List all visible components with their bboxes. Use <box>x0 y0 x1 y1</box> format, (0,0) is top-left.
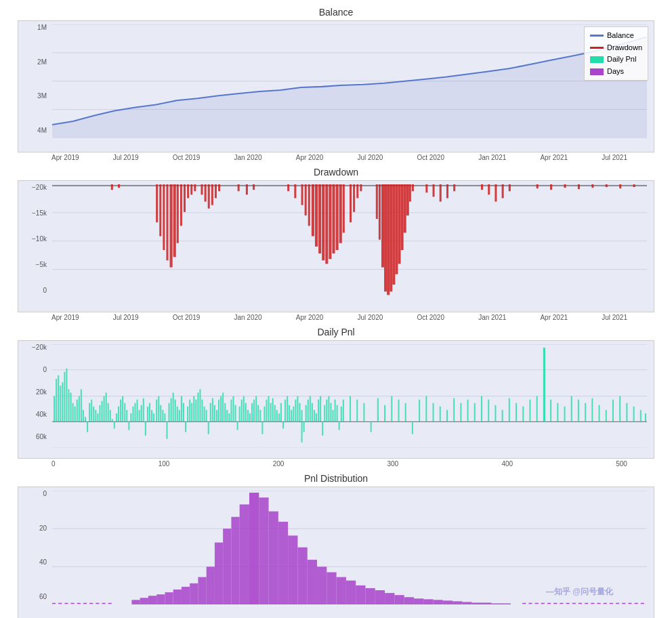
balance-x2: Jul 2019 <box>113 154 139 161</box>
svg-rect-227 <box>330 403 331 422</box>
svg-rect-195 <box>268 396 270 422</box>
svg-rect-216 <box>312 403 313 422</box>
drawdown-title: Drawdown <box>18 167 654 178</box>
svg-rect-150 <box>175 400 176 422</box>
svg-rect-108 <box>87 421 88 432</box>
svg-rect-59 <box>404 184 406 232</box>
svg-rect-53 <box>387 184 390 295</box>
svg-rect-143 <box>160 405 161 422</box>
svg-rect-182 <box>241 400 243 422</box>
svg-rect-47 <box>356 184 358 198</box>
svg-rect-298 <box>278 522 288 605</box>
svg-rect-83 <box>606 184 608 187</box>
svg-rect-314 <box>434 600 443 604</box>
dailypnl-y-axis: 60k 40k 20k 0 −20k <box>18 341 49 443</box>
svg-rect-223 <box>301 421 303 442</box>
svg-rect-36 <box>315 184 318 247</box>
pnldist-y2: 20 <box>39 524 47 532</box>
dailypnl-y5: 60k <box>36 433 47 440</box>
svg-rect-18 <box>177 184 179 243</box>
svg-rect-272 <box>619 396 621 422</box>
svg-rect-136 <box>145 421 146 435</box>
svg-rect-44 <box>343 184 345 232</box>
legend-dailypnl: Daily Pnl <box>590 54 642 66</box>
svg-rect-238 <box>377 398 379 422</box>
svg-rect-261 <box>537 396 538 422</box>
svg-rect-275 <box>640 410 642 421</box>
svg-rect-266 <box>578 400 579 422</box>
svg-rect-94 <box>58 375 59 421</box>
svg-rect-256 <box>502 410 503 421</box>
svg-rect-65 <box>238 184 240 191</box>
svg-rect-46 <box>353 184 355 212</box>
svg-rect-112 <box>95 410 96 421</box>
svg-rect-241 <box>398 400 399 422</box>
svg-rect-311 <box>404 597 414 604</box>
svg-rect-302 <box>317 566 327 604</box>
svg-rect-155 <box>185 421 186 432</box>
svg-rect-164 <box>204 407 205 421</box>
svg-rect-253 <box>481 396 482 422</box>
svg-rect-98 <box>66 369 67 422</box>
svg-rect-52 <box>384 184 387 291</box>
svg-rect-13 <box>159 184 161 236</box>
pnldist-y-axis: 60 40 20 0 <box>18 487 49 603</box>
svg-rect-222 <box>543 348 545 421</box>
svg-rect-184 <box>245 403 247 422</box>
svg-rect-281 <box>131 600 140 604</box>
svg-rect-293 <box>231 517 239 605</box>
balance-y4: 4M <box>37 127 47 134</box>
svg-rect-149 <box>173 392 174 421</box>
svg-rect-135 <box>143 398 144 422</box>
svg-rect-276 <box>645 413 646 421</box>
svg-rect-212 <box>303 421 305 432</box>
balance-x6: Jul 2020 <box>357 154 383 161</box>
svg-rect-263 <box>557 403 558 422</box>
svg-rect-156 <box>187 407 188 421</box>
svg-rect-54 <box>390 184 392 291</box>
svg-rect-12 <box>156 184 158 222</box>
svg-rect-250 <box>460 403 461 422</box>
svg-rect-69 <box>433 184 435 197</box>
svg-rect-309 <box>385 593 394 604</box>
svg-rect-204 <box>287 396 288 422</box>
svg-rect-294 <box>240 504 249 604</box>
svg-rect-82 <box>591 184 593 188</box>
svg-rect-128 <box>128 421 129 430</box>
svg-rect-62 <box>412 184 414 191</box>
svg-rect-192 <box>261 421 263 434</box>
svg-rect-303 <box>327 572 336 604</box>
balance-chart-area: 4M 3M 2M 1M <box>18 20 654 152</box>
pnldist-chart-container: 60 40 20 0 <box>18 487 654 618</box>
svg-rect-219 <box>318 400 319 422</box>
balance-chart-wrapper: Balance 4M 3M 2M 1M <box>18 7 654 161</box>
svg-rect-175 <box>226 410 228 421</box>
svg-rect-193 <box>264 407 265 421</box>
svg-rect-101 <box>72 403 74 422</box>
svg-rect-218 <box>316 413 317 421</box>
svg-rect-51 <box>381 184 384 268</box>
svg-rect-15 <box>166 184 168 260</box>
svg-rect-268 <box>591 398 593 422</box>
svg-rect-127 <box>126 410 127 421</box>
svg-rect-306 <box>356 585 365 605</box>
dailypnl-x3: 200 <box>273 460 285 468</box>
balance-x8: Jan 2021 <box>478 154 506 161</box>
svg-rect-240 <box>391 396 392 422</box>
balance-chart-container: 4M 3M 2M 1M <box>18 20 654 161</box>
svg-rect-74 <box>488 184 490 194</box>
svg-rect-284 <box>156 594 165 604</box>
svg-rect-37 <box>318 184 321 253</box>
svg-rect-147 <box>169 403 170 422</box>
balance-x4: Jan 2020 <box>234 154 261 161</box>
svg-rect-159 <box>193 396 194 422</box>
svg-rect-308 <box>375 590 385 604</box>
svg-rect-20 <box>184 184 186 212</box>
svg-rect-188 <box>253 400 255 422</box>
svg-rect-66 <box>246 184 248 194</box>
svg-rect-154 <box>183 403 184 422</box>
dailypnl-chart-area: 60k 40k 20k 0 −20k <box>18 340 654 459</box>
svg-rect-225 <box>326 400 327 422</box>
svg-rect-60 <box>406 184 409 215</box>
legend-drawdown-color <box>590 47 604 49</box>
